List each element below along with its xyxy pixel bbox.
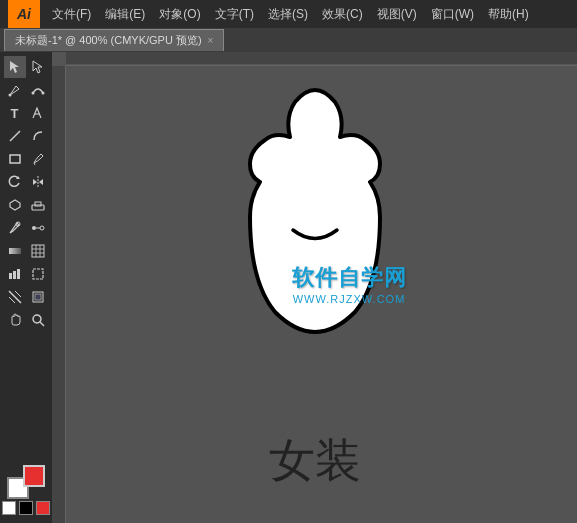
svg-point-35	[33, 315, 41, 323]
title-bar: Ai 文件(F) 编辑(E) 对象(O) 文字(T) 选择(S) 效果(C) 视…	[0, 0, 577, 28]
bag-artwork	[205, 82, 425, 352]
svg-line-31	[15, 291, 21, 297]
svg-point-3	[8, 94, 11, 97]
svg-point-5	[41, 92, 44, 95]
svg-rect-21	[32, 245, 44, 257]
svg-marker-1	[33, 61, 42, 73]
artboard-tool[interactable]	[27, 263, 49, 285]
document-tab[interactable]: 未标题-1* @ 400% (CMYK/GPU 预览) ×	[4, 29, 224, 51]
tool-row-11	[2, 286, 50, 308]
ruler-top: // tick marks rendered via CSS pattern	[52, 52, 577, 66]
artwork-label: 女装	[269, 437, 361, 483]
eraser-tool[interactable]	[27, 194, 49, 216]
svg-point-4	[31, 92, 34, 95]
ruler-corner	[52, 52, 66, 66]
rotate-tool[interactable]	[4, 171, 26, 193]
tool-row-10	[2, 263, 50, 285]
svg-line-30	[9, 291, 21, 303]
white-swatch[interactable]	[2, 501, 16, 515]
svg-point-18	[40, 226, 44, 230]
tool-row-5	[2, 148, 50, 170]
menu-window[interactable]: 窗口(W)	[425, 4, 480, 25]
slice-tool[interactable]	[4, 286, 26, 308]
menu-help[interactable]: 帮助(H)	[482, 4, 535, 25]
red-swatch[interactable]	[36, 501, 50, 515]
line-tool[interactable]	[4, 125, 26, 147]
mesh-tool[interactable]	[27, 240, 49, 262]
svg-line-7	[10, 131, 20, 141]
svg-line-32	[9, 297, 15, 303]
tool-row-9	[2, 240, 50, 262]
tab-label: 未标题-1* @ 400% (CMYK/GPU 预览)	[15, 33, 202, 48]
tab-close-button[interactable]: ×	[208, 35, 214, 46]
svg-marker-13	[39, 179, 43, 185]
shaper-tool[interactable]	[4, 194, 26, 216]
tool-row-12	[2, 309, 50, 331]
pen-tool[interactable]	[4, 79, 26, 101]
menu-type[interactable]: 文字(T)	[209, 4, 260, 25]
ruler-left	[52, 52, 66, 523]
small-swatches	[2, 501, 50, 515]
curvature-tool[interactable]	[27, 79, 49, 101]
app-logo: Ai	[8, 0, 40, 28]
svg-rect-27	[13, 271, 16, 279]
arc-tool[interactable]	[27, 125, 49, 147]
svg-rect-29	[33, 269, 43, 279]
canvas-area: // tick marks rendered via CSS pattern 软…	[52, 52, 577, 523]
tool-row-2	[2, 79, 50, 101]
zoom-tool[interactable]	[27, 309, 49, 331]
type-sub-tool[interactable]	[27, 102, 49, 124]
menu-effect[interactable]: 效果(C)	[316, 4, 369, 25]
svg-rect-26	[9, 273, 12, 279]
slice-select-tool[interactable]	[27, 286, 49, 308]
menu-select[interactable]: 选择(S)	[262, 4, 314, 25]
left-toolbar: T	[0, 52, 52, 523]
svg-marker-12	[33, 179, 37, 185]
menu-object[interactable]: 对象(O)	[153, 4, 206, 25]
svg-rect-28	[17, 269, 20, 279]
blend-tool[interactable]	[27, 217, 49, 239]
menu-bar: 文件(F) 编辑(E) 对象(O) 文字(T) 选择(S) 效果(C) 视图(V…	[46, 4, 569, 25]
tool-row-3: T	[2, 102, 50, 124]
tool-row-4	[2, 125, 50, 147]
svg-marker-0	[10, 61, 19, 73]
color-swatches[interactable]	[7, 465, 45, 499]
svg-line-36	[40, 322, 44, 326]
black-swatch[interactable]	[19, 501, 33, 515]
direct-select-tool[interactable]	[27, 56, 49, 78]
gradient-tool[interactable]	[4, 240, 26, 262]
tool-row-6	[2, 171, 50, 193]
select-tool[interactable]	[4, 56, 26, 78]
menu-edit[interactable]: 编辑(E)	[99, 4, 151, 25]
pencil-tool[interactable]	[27, 148, 49, 170]
chart-tool[interactable]	[4, 263, 26, 285]
svg-rect-8	[10, 155, 20, 163]
menu-view[interactable]: 视图(V)	[371, 4, 423, 25]
foreground-color-swatch[interactable]	[23, 465, 45, 487]
hand-tool[interactable]	[4, 309, 26, 331]
main-layout: T	[0, 52, 577, 523]
svg-rect-20	[9, 248, 21, 254]
tab-bar: 未标题-1* @ 400% (CMYK/GPU 预览) ×	[0, 28, 577, 52]
color-area	[2, 461, 50, 519]
svg-rect-34	[35, 294, 41, 300]
reflect-tool[interactable]	[27, 171, 49, 193]
svg-line-2	[16, 86, 19, 89]
eyedropper-tool[interactable]	[4, 217, 26, 239]
type-tool[interactable]: T	[4, 102, 26, 124]
menu-file[interactable]: 文件(F)	[46, 4, 97, 25]
tool-row-7	[2, 194, 50, 216]
svg-line-9	[34, 163, 35, 165]
rect-tool[interactable]	[4, 148, 26, 170]
svg-point-17	[32, 226, 36, 230]
tool-row-1	[2, 56, 50, 78]
tool-row-8	[2, 217, 50, 239]
